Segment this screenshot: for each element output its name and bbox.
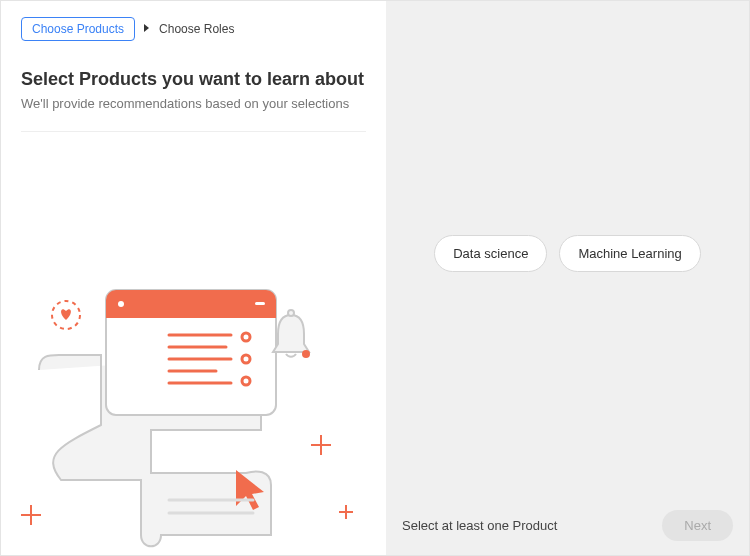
page-subtitle: We'll provide recommendations based on y… (21, 96, 366, 111)
divider (21, 131, 366, 132)
chevron-right-icon (143, 22, 151, 36)
svg-point-14 (302, 350, 310, 358)
svg-point-13 (288, 310, 294, 316)
product-chip-row: Data science Machine Learning (386, 235, 749, 272)
right-pane: Data science Machine Learning Select at … (386, 1, 749, 555)
footer-bar: Select at least one Product Next (386, 496, 749, 555)
product-chip-machine-learning[interactable]: Machine Learning (559, 235, 700, 272)
svg-rect-2 (106, 308, 276, 318)
left-pane: Choose Products Choose Roles Select Prod… (1, 1, 386, 555)
page-title: Select Products you want to learn about (21, 69, 366, 90)
illustration (1, 255, 386, 555)
footer-message: Select at least one Product (402, 518, 557, 533)
product-chip-data-science[interactable]: Data science (434, 235, 547, 272)
breadcrumb-step-current[interactable]: Choose Products (21, 17, 135, 41)
svg-rect-4 (255, 302, 265, 305)
app-container: Choose Products Choose Roles Select Prod… (0, 0, 750, 556)
next-button[interactable]: Next (662, 510, 733, 541)
breadcrumb-step-next: Choose Roles (159, 22, 234, 36)
svg-point-3 (118, 301, 124, 307)
breadcrumb: Choose Products Choose Roles (21, 17, 366, 41)
